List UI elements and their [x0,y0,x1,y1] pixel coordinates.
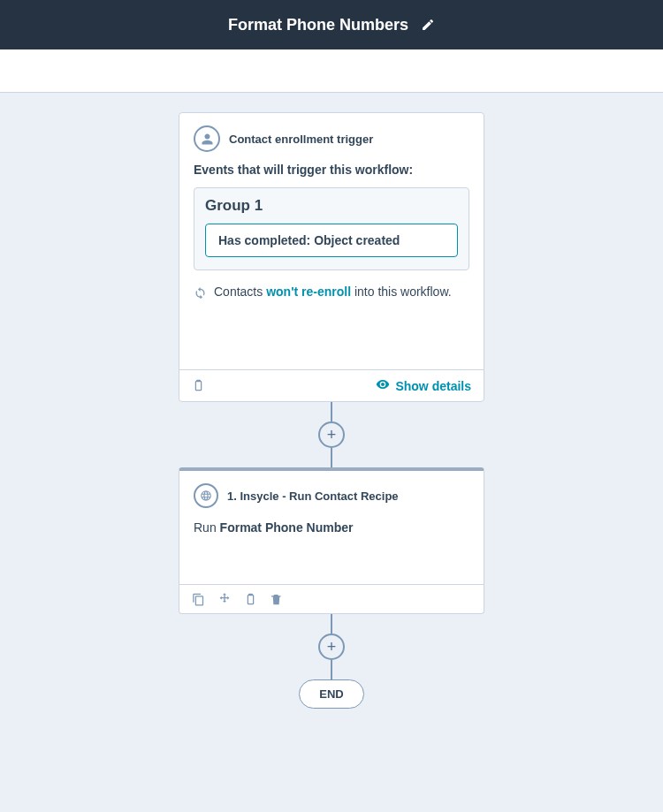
reenroll-note: Contacts won't re-enroll into this workf… [194,285,469,360]
reenroll-link[interactable]: won't re-enroll [266,285,351,299]
clipboard-icon[interactable] [192,379,205,392]
move-icon[interactable] [217,592,232,606]
copy-icon[interactable] [192,593,205,606]
add-step-button[interactable]: + [318,634,345,660]
group-title: Group 1 [205,197,458,215]
toolbar-strip [0,49,663,93]
connector-line [331,448,332,467]
trash-icon[interactable] [270,593,283,606]
show-details-button[interactable]: Show details [376,377,471,394]
reenroll-text: Contacts won't re-enroll into this workf… [214,285,452,299]
trigger-card[interactable]: Contact enrollment trigger Events that w… [179,112,484,402]
action-description: Run Format Phone Number [194,520,469,575]
workflow-title: Format Phone Numbers [228,16,408,34]
trigger-subheading: Events that will trigger this workflow: [194,163,469,177]
action-card[interactable]: 1. Insycle - Run Contact Recipe Run Form… [179,467,484,614]
add-step-button[interactable]: + [318,421,345,448]
trigger-label: Contact enrollment trigger [229,133,373,146]
filter-pill[interactable]: Has completed: Object created [205,224,458,257]
action-footer [179,584,484,613]
person-icon [194,125,220,152]
filter-group: Group 1 Has completed: Object created [194,187,469,270]
clipboard-icon[interactable] [244,593,257,606]
globe-icon [194,483,218,508]
svg-rect-1 [248,595,253,603]
svg-rect-0 [195,382,201,391]
connector-line [331,402,332,421]
trigger-footer: Show details [179,369,484,401]
eye-icon [376,377,390,394]
workflow-canvas: Contact enrollment trigger Events that w… [0,93,663,709]
end-node: END [299,679,363,709]
connector-line [331,614,332,634]
edit-icon[interactable] [421,18,435,32]
header-bar: Format Phone Numbers [0,0,663,49]
connector-line [331,660,332,679]
action-title: 1. Insycle - Run Contact Recipe [227,489,399,503]
refresh-icon [194,285,207,299]
